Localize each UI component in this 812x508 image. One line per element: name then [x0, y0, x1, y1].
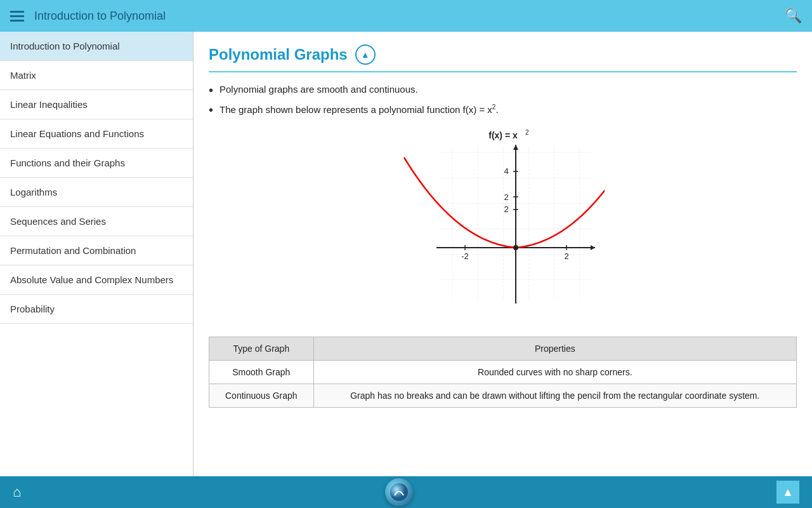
bullet-list: • Polynomial graphs are smooth and conti… — [209, 83, 797, 117]
page-title: Polynomial Graphs — [209, 46, 348, 64]
sidebar-item-linear-inequalities[interactable]: Linear Inequalities — [0, 90, 193, 119]
sidebar-item-matrix[interactable]: Matrix — [0, 61, 193, 90]
home-icon[interactable]: ⌂ — [13, 484, 21, 500]
svg-text:-2: -2 — [461, 251, 469, 261]
bullet-dot-1: • — [209, 84, 213, 97]
chart-container: f(x) = x 2 — [209, 127, 797, 324]
table-cell-continuous-type: Continuous Graph — [209, 384, 314, 408]
svg-text:2: 2 — [504, 204, 508, 214]
table-header-properties: Properties — [313, 337, 796, 361]
sidebar-item-probability[interactable]: Probability — [0, 295, 193, 324]
svg-text:2: 2 — [564, 251, 568, 261]
table-row-continuous: Continuous Graph Graph has no breaks and… — [209, 384, 797, 408]
app-header: Introduction to Polynomial 🔍 — [0, 0, 812, 32]
bullet-text-1: Polynomial graphs are smooth and continu… — [219, 83, 418, 97]
svg-point-17 — [513, 245, 518, 250]
main-area: Introduction to Polynomial Matrix Linear… — [0, 32, 812, 476]
sidebar-item-linear-equations[interactable]: Linear Equations and Functions — [0, 119, 193, 149]
properties-table: Type of Graph Properties Smooth Graph Ro… — [209, 337, 797, 408]
svg-text:2: 2 — [525, 129, 529, 136]
table-header-type: Type of Graph — [209, 337, 314, 361]
bottom-app-bar: ⌂ ▲ — [0, 476, 812, 508]
sidebar-item-sequences[interactable]: Sequences and Series — [0, 207, 193, 236]
bullet-text-2: The graph shown below represents a polyn… — [219, 102, 499, 117]
header-title: Introduction to Polynomial — [34, 10, 166, 23]
bullet-dot-2: • — [209, 104, 213, 116]
bullet-item-2: • The graph shown below represents a pol… — [209, 102, 797, 117]
page-title-row: Polynomial Graphs ▲ — [209, 44, 797, 72]
svg-marker-5 — [591, 245, 595, 250]
sidebar-item-absolute-value[interactable]: Absolute Value and Complex Numbers — [0, 265, 193, 295]
svg-text:4: 4 — [504, 166, 508, 176]
polynomial-chart: f(x) = x 2 — [402, 127, 605, 324]
header-left: Introduction to Polynomial — [10, 10, 166, 23]
table-cell-smooth-properties: Rounded curves with no sharp corners. — [313, 361, 796, 384]
sidebar-item-intro-polynomial[interactable]: Introduction to Polynomial — [0, 32, 193, 61]
content-area: Polynomial Graphs ▲ • Polynomial graphs … — [193, 32, 812, 476]
svg-text:f(x) = x: f(x) = x — [488, 130, 518, 140]
bullet-item-1: • Polynomial graphs are smooth and conti… — [209, 83, 797, 97]
scroll-up-icon[interactable]: ▲ — [355, 44, 376, 65]
sidebar-item-logarithms[interactable]: Logarithms — [0, 178, 193, 207]
menu-button[interactable] — [10, 11, 24, 22]
search-icon[interactable]: 🔍 — [785, 8, 802, 24]
table-cell-smooth-type: Smooth Graph — [209, 361, 314, 384]
sidebar-item-functions-graphs[interactable]: Functions and their Graphs — [0, 149, 193, 178]
sidebar: Introduction to Polynomial Matrix Linear… — [0, 32, 193, 476]
scroll-top-button[interactable]: ▲ — [776, 481, 799, 504]
table-cell-continuous-properties: Graph has no breaks and can be drawn wit… — [313, 384, 796, 408]
svg-text:2: 2 — [504, 192, 508, 202]
sidebar-item-permutation[interactable]: Permutation and Combination — [0, 236, 193, 265]
table-row-smooth: Smooth Graph Rounded curves with no shar… — [209, 361, 797, 384]
app-logo-button[interactable] — [385, 478, 413, 506]
